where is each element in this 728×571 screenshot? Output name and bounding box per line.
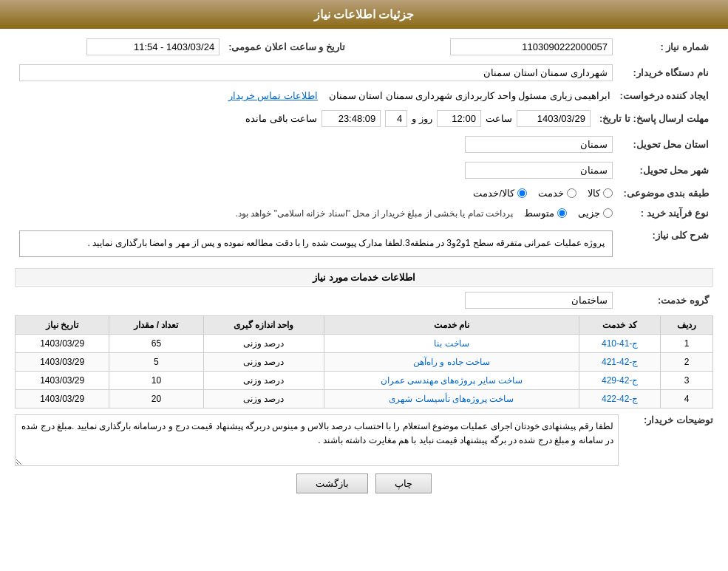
noefrayand-motawaset-label: متوسط — [524, 208, 554, 219]
saat-value: 12:00 — [437, 110, 481, 127]
idad-link[interactable]: اطلاعات تماس خریدار — [228, 90, 318, 101]
tawzih-textarea[interactable] — [15, 414, 619, 466]
service-kod-cell: ج-42-421 — [579, 352, 661, 371]
content-area: شماره نیاز : 1103090222000057 تاریخ و سا… — [0, 29, 728, 501]
col-nam: نام خدمت — [324, 315, 579, 334]
col-tedad: تعداد / مقدار — [109, 315, 203, 334]
bazgasht-button[interactable]: بازگشت — [296, 473, 368, 493]
tarikh-label: تاریخ و ساعت اعلان عمومی: — [224, 36, 350, 58]
noefrayand-motawaset-radio[interactable] — [557, 208, 567, 218]
date-value: 1403/03/29 — [517, 110, 591, 127]
page-wrapper: جزئیات اطلاعات نیاز شماره نیاز : 1103090… — [0, 0, 728, 571]
tabaqe-khadamat-item[interactable]: خدمت — [538, 188, 576, 199]
sharh-table: شرح کلی نیاز: پروژه عملیات عمرانی متفرقه… — [15, 225, 713, 262]
goroh-label: گروه خدمت: — [617, 290, 713, 311]
sharh-value: پروژه عملیات عمرانی متفرقه سطح 1و2و3 در … — [19, 230, 613, 257]
ostan-table: استان محل تحویل: سمنان — [15, 134, 713, 155]
idad-value: ابراهیمی زیاری مسئول واحد کاربردازی شهرد… — [329, 90, 611, 101]
col-tarikh: تاریخ نیاز — [16, 315, 109, 334]
namdastgah-label: نام دستگاه خریدار: — [617, 62, 713, 83]
service-name-cell[interactable]: ساخت بنا — [324, 334, 579, 352]
service-kod-cell: ج-41-410 — [579, 334, 661, 352]
table-row: 1ج-41-410ساخت بنادرصد وزنی651403/03/29 — [16, 334, 713, 352]
chap-button[interactable]: چاپ — [375, 473, 432, 493]
aetlaat-khadamat-title: اطلاعات خدمات مورد نیاز — [15, 268, 713, 287]
goroh-table: گروه خدمت: ساختمان — [15, 290, 713, 311]
tabaqe-kala-khadamat-radio[interactable] — [517, 188, 527, 198]
ostan-value: سمنان — [465, 136, 613, 153]
tabaqe-kala-label: کالا — [588, 188, 600, 199]
idad-label: ایجاد کننده درخواست: — [615, 88, 713, 103]
tawzih-label: توضیحات خریدار: — [625, 414, 713, 425]
col-kod: کد خدمت — [579, 315, 661, 334]
buttons-row: چاپ بازگشت — [15, 473, 713, 493]
tabaqe-khadamat-label: خدمت — [538, 188, 564, 199]
shomara-value: 1103090222000057 — [450, 38, 613, 55]
mohlat-table: مهلت ارسال پاسخ: تا تاریخ: 1403/03/29 سا… — [15, 108, 713, 129]
baqi-value: 23:48:09 — [322, 110, 381, 127]
shahr-value: سمنان — [465, 162, 613, 179]
rooz-value: 4 — [385, 110, 407, 127]
tabaqe-label: طبقه بندی موضوعی: — [617, 185, 713, 201]
mohlat-label: مهلت ارسال پاسخ: تا تاریخ: — [595, 108, 713, 129]
noefrayand-jozii-item[interactable]: جزیی — [578, 208, 613, 219]
tawzih-section: توضیحات خریدار: — [15, 414, 713, 466]
ostan-label: استان محل تحویل: — [617, 134, 713, 155]
services-table: ردیف کد خدمت نام خدمت واحد اندازه گیری ت… — [15, 315, 713, 408]
noefrayand-radio-group: جزیی متوسط پرداخت تمام یا بخشی از مبلغ خ… — [19, 208, 613, 219]
tabaqe-kala-khadamat-label: کالا/خدمت — [473, 188, 514, 199]
dastgah-table: نام دستگاه خریدار: شهرداری سمنان استان س… — [15, 62, 713, 83]
table-row: 2ج-42-421ساخت جاده و راه‌آهندرصد وزنی514… — [16, 352, 713, 371]
noefrayand-table: نوع فرآیند خرید : جزیی متوسط پرداخت تمام… — [15, 205, 713, 221]
noefrayand-desc: پرداخت تمام یا بخشی از مبلغ خریدار از مح… — [236, 208, 513, 219]
service-name-cell[interactable]: ساخت جاده و راه‌آهن — [324, 352, 579, 371]
service-name-cell[interactable]: ساخت سایر پروژه‌های مهندسی عمران — [324, 371, 579, 389]
idad-table: ایجاد کننده درخواست: ابراهیمی زیاری مسئو… — [15, 88, 713, 103]
tarikh-value: 1403/03/24 - 11:54 — [86, 38, 220, 55]
goroh-value: ساختمان — [465, 292, 613, 309]
col-radif: ردیف — [660, 315, 712, 334]
tabaqe-kala-khadamat-item[interactable]: کالا/خدمت — [473, 188, 527, 199]
tabaqe-khadamat-radio[interactable] — [567, 188, 576, 198]
shahr-label: شهر محل تحویل: — [617, 160, 713, 181]
noefrayand-motawaset-item[interactable]: متوسط — [524, 208, 567, 219]
shomara-label: شماره نیاز : — [617, 36, 713, 58]
service-kod-cell: ج-42-422 — [579, 389, 661, 408]
baqi-label: ساعت باقی مانده — [245, 113, 317, 124]
noefrayand-jozii-radio[interactable] — [603, 208, 613, 218]
noefrayand-label: نوع فرآیند خرید : — [617, 205, 713, 221]
rooz-label: روز و — [412, 113, 432, 124]
noefrayand-jozii-label: جزیی — [578, 208, 600, 219]
page-title: جزئیات اطلاعات نیاز — [314, 8, 415, 21]
tabaqe-kala-radio[interactable] — [603, 188, 613, 198]
tabaqe-kala-item[interactable]: کالا — [588, 188, 613, 199]
top-info-table: شماره نیاز : 1103090222000057 تاریخ و سا… — [15, 36, 713, 58]
table-row: 3ج-42-429ساخت سایر پروژه‌های مهندسی عمرا… — [16, 371, 713, 389]
saat-label: ساعت — [486, 113, 512, 124]
shahr-table: شهر محل تحویل: سمنان — [15, 160, 713, 181]
tabaqe-table: طبقه بندی موضوعی: کالا خدمت — [15, 185, 713, 201]
table-row: 4ج-42-422ساخت پروژه‌های تأسیسات شهریدرصد… — [16, 389, 713, 408]
service-name-cell[interactable]: ساخت پروژه‌های تأسیسات شهری — [324, 389, 579, 408]
page-header: جزئیات اطلاعات نیاز — [0, 0, 728, 29]
service-kod-cell: ج-42-429 — [579, 371, 661, 389]
tabaqe-radio-group: کالا خدمت کالا/خدمت — [19, 188, 613, 199]
namdastgah-value: شهرداری سمنان استان سمنان — [19, 64, 613, 81]
sharh-label: شرح کلی نیاز: — [617, 225, 713, 262]
col-vahed: واحد اندازه گیری — [203, 315, 324, 334]
